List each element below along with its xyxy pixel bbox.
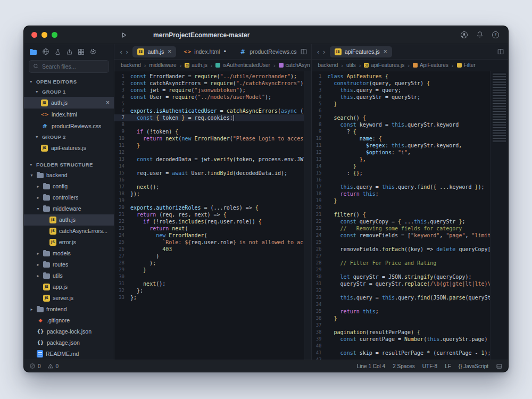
code-line[interactable]: 36 }: [312, 315, 491, 322]
code-line[interactable]: 19 }: [312, 197, 491, 204]
status-item[interactable]: Line 1 Col 4: [357, 363, 385, 369]
breadcrumb-item[interactable]: backend: [318, 62, 338, 68]
code-line[interactable]: 13 },: [312, 156, 491, 163]
account-icon[interactable]: [460, 31, 468, 39]
code-line[interactable]: 22 if (!roles.includes(req.user.role)) {: [114, 218, 304, 225]
code-line[interactable]: 11 $regex: this.queryStr.keyword,: [312, 142, 491, 149]
code-line[interactable]: 40: [312, 343, 491, 350]
status-item[interactable]: 2 Spaces: [393, 363, 415, 369]
open-editors-group-header[interactable]: ▾GROUP 2: [24, 132, 114, 142]
editor-tab[interactable]: JSapiFeatures.js×: [330, 46, 392, 57]
code-line[interactable]: 4 this.queryStr = queryStr;: [312, 94, 491, 101]
code-line[interactable]: 5 }: [312, 101, 491, 107]
code-line[interactable]: 24 new ErrorHander(: [114, 232, 304, 239]
code-line[interactable]: 1class ApiFeatures {: [312, 73, 491, 80]
open-editor-item[interactable]: JSapiFeatures.js: [24, 142, 114, 154]
minimize-window-button[interactable]: [41, 32, 47, 38]
grid-icon[interactable]: [78, 48, 85, 55]
code-line[interactable]: 4const User = require("../models/userMod…: [114, 94, 304, 101]
code-line[interactable]: 28 // Filter For Price and Rating: [312, 260, 491, 267]
tree-file-item[interactable]: JScatchAsyncErrors...: [24, 226, 114, 237]
code-line[interactable]: 27 ): [114, 253, 304, 260]
code-line[interactable]: 16: [114, 177, 304, 184]
code-editor[interactable]: 1const ErrorHander = require("../utils/e…: [114, 71, 304, 360]
split-editor-icon[interactable]: [494, 48, 504, 55]
scrollbar[interactable]: [304, 71, 311, 360]
code-line[interactable]: 26 403: [114, 246, 304, 253]
editor-pane-1[interactable]: 1const ErrorHander = require("../utils/e…: [114, 71, 311, 360]
code-line[interactable]: 12: [114, 149, 304, 156]
status-item[interactable]: {} JavaScript: [459, 363, 488, 369]
code-line[interactable]: 14 }: [312, 163, 491, 170]
tree-file-item[interactable]: {}package-lock.json: [24, 326, 114, 337]
explorer-folder-icon[interactable]: [29, 48, 37, 55]
code-line[interactable]: 1const ErrorHander = require("../utils/e…: [114, 73, 304, 80]
code-line[interactable]: 13 const decodedData = jwt.verify(token,…: [114, 156, 304, 163]
close-icon[interactable]: ×: [106, 99, 110, 106]
breadcrumb-item[interactable]: JSapiFeatures.js: [364, 62, 404, 68]
code-line[interactable]: 31 next();: [114, 280, 304, 287]
close-icon[interactable]: ×: [168, 48, 171, 55]
code-line[interactable]: 17 this.query = this.query.find({ ...key…: [312, 184, 491, 190]
nav-forward-icon[interactable]: ›: [124, 48, 130, 56]
code-line[interactable]: 30 let queryStr = JSON.stringify(queryCo…: [312, 273, 491, 280]
code-line[interactable]: 18});: [114, 190, 304, 197]
code-line[interactable]: 3 this.query = query;: [312, 87, 491, 94]
code-line[interactable]: 2const catchAsyncErrors = require("./cat…: [114, 80, 304, 87]
tree-file-item[interactable]: JSserver.js: [24, 293, 114, 304]
code-line[interactable]: 12 $options: "i",: [312, 149, 491, 156]
code-line[interactable]: 37: [312, 322, 491, 329]
code-line[interactable]: 27: [312, 253, 491, 260]
split-editor-icon[interactable]: [297, 48, 307, 55]
search-box[interactable]: [29, 60, 109, 73]
tree-folder-item[interactable]: ▸models: [24, 248, 114, 259]
tree-folder-item[interactable]: ▸utils: [24, 270, 114, 281]
close-window-button[interactable]: [31, 32, 37, 38]
code-line[interactable]: 38 pagination(resultPerPage) {: [312, 329, 491, 336]
tree-folder-item[interactable]: ▸routes: [24, 259, 114, 270]
code-line[interactable]: 8: [114, 121, 304, 128]
code-line[interactable]: 35 return this;: [312, 308, 491, 315]
editor-tab[interactable]: <>index.html•: [179, 46, 231, 57]
code-line[interactable]: 8 const keyword = this.queryStr.keyword: [312, 121, 491, 128]
code-line[interactable]: 6: [312, 107, 491, 114]
editor-pane-2[interactable]: 1class ApiFeatures {2 constructor(query,…: [311, 71, 509, 360]
minimap[interactable]: [490, 71, 508, 360]
breadcrumb-item[interactable]: utils: [346, 62, 356, 68]
code-line[interactable]: 9 if (!token) {: [114, 128, 304, 135]
status-item[interactable]: UTF-8: [422, 363, 437, 369]
code-line[interactable]: 33};: [114, 294, 304, 301]
code-line[interactable]: 24 const removeFields = ["keyword", "pag…: [312, 232, 491, 239]
code-line[interactable]: 25 `Role: ${req.user.role} is not allowe…: [114, 239, 304, 246]
code-editor[interactable]: 1class ApiFeatures {2 constructor(query,…: [312, 71, 491, 360]
code-line[interactable]: 3const jwt = require("jsonwebtoken");: [114, 87, 304, 94]
code-line[interactable]: 21 filter() {: [312, 211, 491, 218]
tree-file-item[interactable]: {}package.json: [24, 337, 114, 348]
code-line[interactable]: 11 }: [114, 142, 304, 149]
help-icon[interactable]: ?: [492, 31, 500, 39]
breadcrumb-item[interactable]: Filter: [457, 62, 476, 68]
status-item[interactable]: LF: [445, 363, 451, 369]
nav-back-icon[interactable]: ‹: [118, 48, 124, 56]
code-line[interactable]: 41 const skip = resultPerPage * (current…: [312, 350, 491, 356]
code-line[interactable]: 22 const queryCopy = { ...this.queryStr …: [312, 218, 491, 225]
code-line[interactable]: 32: [312, 287, 491, 294]
breadcrumb-item[interactable]: JSauth.js: [185, 62, 207, 68]
code-line[interactable]: 20: [312, 204, 491, 211]
layout-icon[interactable]: [496, 363, 503, 370]
code-line[interactable]: 32 };: [114, 287, 304, 294]
breadcrumb-item[interactable]: isAuthenticatedUser: [215, 62, 270, 68]
code-line[interactable]: 17 next();: [114, 184, 304, 190]
export-icon[interactable]: [66, 48, 73, 55]
breadcrumb-item[interactable]: catchAsyn: [279, 62, 310, 68]
code-line[interactable]: 28 );: [114, 260, 304, 267]
code-line[interactable]: 20exports.authorizeRoles = (...roles) =>…: [114, 204, 304, 211]
problems-warnings[interactable]: 0: [47, 363, 59, 369]
search-input[interactable]: [42, 63, 105, 70]
tree-folder-item[interactable]: ▸config: [24, 181, 114, 192]
nav-forward-icon[interactable]: ›: [321, 48, 327, 56]
code-line[interactable]: 10 name: {: [312, 135, 491, 142]
open-editors-header[interactable]: ▾ OPEN EDITORS: [24, 77, 114, 87]
tree-folder-item[interactable]: ▸frontend: [24, 304, 114, 315]
code-line[interactable]: 30: [114, 273, 304, 280]
